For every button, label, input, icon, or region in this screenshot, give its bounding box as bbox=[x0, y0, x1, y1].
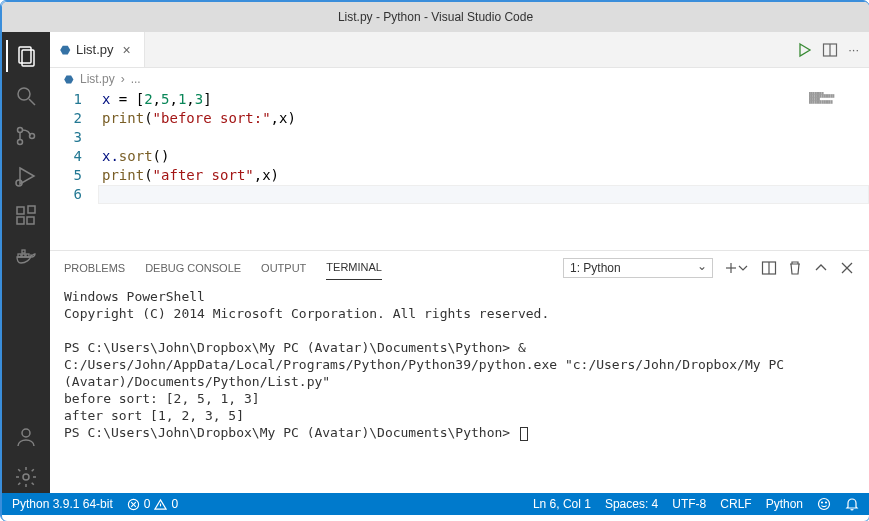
new-terminal-icon[interactable] bbox=[723, 260, 751, 276]
svg-point-17 bbox=[22, 429, 30, 437]
kill-terminal-icon[interactable] bbox=[787, 260, 803, 276]
breadcrumb-file: List.py bbox=[80, 72, 115, 86]
docker-icon[interactable] bbox=[10, 240, 42, 272]
svg-rect-9 bbox=[17, 207, 24, 214]
tab-output[interactable]: OUTPUT bbox=[261, 256, 306, 280]
terminal-selector[interactable] bbox=[563, 258, 713, 278]
python-file-icon: ⬣ bbox=[64, 73, 74, 86]
svg-marker-19 bbox=[800, 44, 810, 56]
tab-debug-console[interactable]: DEBUG CONSOLE bbox=[145, 256, 241, 280]
status-cursor-position[interactable]: Ln 6, Col 1 bbox=[533, 497, 591, 511]
line-gutter: 1 2 3 4 5 6 bbox=[50, 90, 98, 250]
explorer-icon[interactable] bbox=[6, 40, 38, 72]
account-icon[interactable] bbox=[10, 421, 42, 453]
notifications-bell-icon[interactable] bbox=[845, 497, 859, 511]
svg-rect-11 bbox=[27, 217, 34, 224]
svg-point-5 bbox=[18, 140, 23, 145]
svg-rect-12 bbox=[28, 206, 35, 213]
window-title: List.py - Python - Visual Studio Code bbox=[2, 2, 869, 32]
status-encoding[interactable]: UTF-8 bbox=[672, 497, 706, 511]
tab-filename: List.py bbox=[76, 42, 114, 57]
status-eol[interactable]: CRLF bbox=[720, 497, 751, 511]
python-file-icon: ⬣ bbox=[60, 43, 70, 57]
svg-point-4 bbox=[18, 128, 23, 133]
tab-terminal[interactable]: TERMINAL bbox=[326, 255, 382, 280]
breadcrumb-chevron-icon: › bbox=[121, 72, 125, 86]
tab-bar: ⬣ List.py × ··· bbox=[50, 32, 869, 68]
minimap[interactable]: ████████████████████████████████████████… bbox=[809, 92, 865, 106]
status-bar: Python 3.9.1 64-bit 0 0 Ln 6, Col 1 Spac… bbox=[2, 493, 869, 515]
close-panel-icon[interactable] bbox=[839, 260, 855, 276]
activity-bar bbox=[2, 32, 50, 493]
terminal-cursor bbox=[520, 427, 528, 441]
code-editor[interactable]: 1 2 3 4 5 6 x = [2,5,1,3] print("before … bbox=[50, 90, 869, 250]
run-icon[interactable] bbox=[796, 42, 812, 58]
svg-point-33 bbox=[822, 502, 823, 503]
bottom-panel: PROBLEMS DEBUG CONSOLE OUTPUT TERMINAL W… bbox=[50, 250, 869, 493]
tab-close-icon[interactable]: × bbox=[120, 42, 134, 58]
svg-point-18 bbox=[23, 474, 29, 480]
maximize-panel-icon[interactable] bbox=[813, 260, 829, 276]
status-indent[interactable]: Spaces: 4 bbox=[605, 497, 658, 511]
source-control-icon[interactable] bbox=[10, 120, 42, 152]
settings-gear-icon[interactable] bbox=[10, 461, 42, 493]
status-python-version[interactable]: Python 3.9.1 64-bit bbox=[12, 497, 113, 511]
status-problems[interactable]: 0 0 bbox=[127, 497, 178, 511]
debug-icon[interactable] bbox=[10, 160, 42, 192]
svg-line-3 bbox=[29, 99, 35, 105]
svg-point-34 bbox=[826, 502, 827, 503]
svg-point-2 bbox=[18, 88, 30, 100]
breadcrumb-more: ... bbox=[131, 72, 141, 86]
split-editor-icon[interactable] bbox=[822, 42, 838, 58]
more-actions-icon[interactable]: ··· bbox=[848, 42, 859, 57]
tab-problems[interactable]: PROBLEMS bbox=[64, 256, 125, 280]
svg-rect-16 bbox=[22, 250, 25, 253]
search-icon[interactable] bbox=[10, 80, 42, 112]
status-language[interactable]: Python bbox=[766, 497, 803, 511]
breadcrumb[interactable]: ⬣ List.py › ... bbox=[50, 68, 869, 90]
editor-tab[interactable]: ⬣ List.py × bbox=[50, 32, 145, 67]
terminal-output[interactable]: Windows PowerShell Copyright (C) 2014 Mi… bbox=[50, 284, 869, 493]
extensions-icon[interactable] bbox=[10, 200, 42, 232]
svg-rect-10 bbox=[17, 217, 24, 224]
feedback-icon[interactable] bbox=[817, 497, 831, 511]
split-terminal-icon[interactable] bbox=[761, 260, 777, 276]
code-area[interactable]: x = [2,5,1,3] print("before sort:",x) x.… bbox=[98, 90, 869, 250]
svg-point-32 bbox=[819, 499, 830, 510]
